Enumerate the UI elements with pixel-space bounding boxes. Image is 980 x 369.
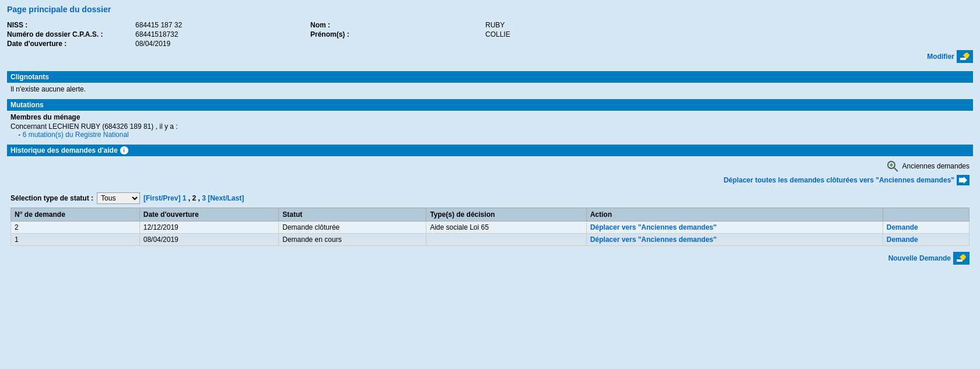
table-row: 2 12/12/2019 Demande clôturée Aide socia… [11, 222, 970, 234]
col-header-empty [883, 208, 969, 222]
mutations-header: Mutations [7, 99, 973, 111]
nouvelle-demande-link[interactable]: Nouvelle Demande [888, 254, 951, 262]
niss-label: NISS : [7, 21, 135, 29]
mutations-link[interactable]: 6 mutation(s) du Registre National [23, 131, 129, 139]
deplacer-row: Déplacer toutes les demandes clôturées v… [7, 174, 973, 189]
modifier-area: Modifier [7, 50, 973, 63]
page-1-link[interactable]: 1 [183, 194, 187, 202]
anciennes-row: Anciennes demandes [7, 156, 973, 174]
nom-value: RUBY [485, 21, 719, 29]
mutations-dash-row: - 6 mutation(s) du Registre National [10, 131, 970, 139]
col-header-numero: N° de demande [11, 208, 140, 222]
deplacer-row-link[interactable]: Déplacer vers "Anciennes demandes" [590, 236, 717, 244]
anciennes-text: Anciennes demandes [902, 162, 970, 170]
page-2-current: 2 [192, 194, 196, 202]
col-header-action: Action [586, 208, 883, 222]
selection-row: Sélection type de statut : Tous En cours… [7, 189, 973, 208]
info-circle-icon[interactable]: i [120, 146, 128, 154]
arrow-icon-svg [959, 177, 967, 184]
next-last-link[interactable]: [Next/Last] [208, 194, 244, 202]
cell-type [426, 234, 586, 246]
svg-rect-9 [957, 259, 963, 262]
first-prev-link[interactable]: [First/Prev] [144, 194, 180, 202]
cell-demande: Demande [883, 234, 969, 246]
cell-date: 12/12/2019 [139, 222, 279, 234]
demandes-table: N° de demande Date d'ouverture Statut Ty… [10, 208, 970, 246]
cell-date: 08/04/2019 [139, 234, 279, 246]
historique-content: Anciennes demandes Déplacer toutes les d… [7, 156, 973, 267]
svg-line-5 [894, 168, 898, 171]
mutations-text: Concernant LECHIEN RUBY (684326 189 81) … [10, 122, 970, 131]
nouvelle-demande-icon[interactable] [953, 252, 970, 265]
cell-statut: Demande clôturée [279, 222, 426, 234]
mutations-content: Membres du ménage Concernant LECHIEN RUB… [7, 111, 973, 141]
zoom-icon [887, 160, 898, 172]
no-alert-text: Il n'existe aucune alerte. [10, 85, 86, 93]
nom-label: Nom : [310, 21, 485, 29]
svg-marker-8 [959, 177, 967, 184]
deplacer-row-link[interactable]: Déplacer vers "Anciennes demandes" [590, 223, 717, 231]
pencil-icon [960, 52, 970, 61]
pagination: [First/Prev] 1 , 2 , 3 [Next/Last] [144, 194, 244, 202]
cell-statut: Demande en cours [279, 234, 426, 246]
prenom-value: COLLIE [485, 30, 719, 38]
pencil-icon-2 [956, 254, 967, 263]
demande-link[interactable]: Demande [887, 236, 918, 244]
dossier-info-section: NISS : 684415 187 32 Nom : RUBY Numéro d… [7, 19, 973, 68]
nouvelle-demande-row: Nouvelle Demande [7, 249, 973, 267]
cell-demande: Demande [883, 222, 969, 234]
table-row: 1 08/04/2019 Demande en cours Déplacer v… [11, 234, 970, 246]
col-header-date: Date d'ouverture [139, 208, 279, 222]
modifier-icon[interactable] [957, 50, 973, 63]
dossier-info-grid: NISS : 684415 187 32 Nom : RUBY Numéro d… [7, 21, 973, 48]
cell-action: Déplacer vers "Anciennes demandes" [586, 234, 883, 246]
page-title: Page principale du dossier [7, 5, 973, 14]
modifier-link[interactable]: Modifier [927, 52, 954, 61]
numero-value: 68441518732 [135, 30, 310, 38]
selection-label: Sélection type de statut : [10, 194, 93, 202]
prenom-label: Prénom(s) : [310, 30, 485, 38]
demande-link[interactable]: Demande [887, 223, 918, 231]
clignotants-content: Il n'existe aucune alerte. [7, 83, 973, 96]
cell-numero: 1 [11, 234, 140, 246]
membres-label: Membres du ménage [10, 113, 970, 121]
niss-value: 684415 187 32 [135, 21, 310, 29]
arrow-right-icon[interactable] [957, 175, 970, 185]
col-header-type: Type(s) de décision [426, 208, 586, 222]
cell-type: Aide sociale Loi 65 [426, 222, 586, 234]
cell-numero: 2 [11, 222, 140, 234]
table-container: N° de demande Date d'ouverture Statut Ty… [7, 208, 973, 249]
cell-action: Déplacer vers "Anciennes demandes" [586, 222, 883, 234]
col-header-statut: Statut [279, 208, 426, 222]
table-header-row: N° de demande Date d'ouverture Statut Ty… [11, 208, 970, 222]
page-wrapper: Page principale du dossier NISS : 684415… [0, 0, 980, 272]
magnify-icon[interactable] [886, 160, 899, 173]
clignotants-header: Clignotants [7, 71, 973, 83]
deplacer-link[interactable]: Déplacer toutes les demandes clôturées v… [723, 176, 954, 184]
page-3-link[interactable]: 3 [202, 194, 206, 202]
historique-header: Historique des demandes d'aide i [7, 145, 973, 156]
numero-label: Numéro de dossier C.P.A.S. : [7, 30, 135, 38]
date-value: 08/04/2019 [135, 40, 310, 48]
date-label: Date d'ouverture : [7, 40, 135, 48]
statut-select[interactable]: Tous En cours Clôturée [97, 192, 140, 204]
